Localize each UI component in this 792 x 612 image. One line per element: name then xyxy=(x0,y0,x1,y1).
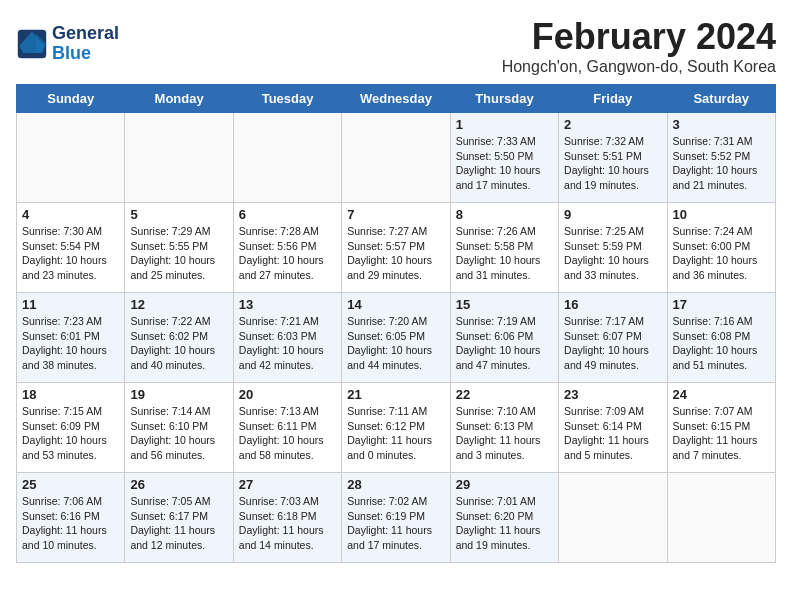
calendar-cell xyxy=(559,473,667,563)
month-year: February 2024 xyxy=(16,16,776,58)
calendar-cell: 15Sunrise: 7:19 AM Sunset: 6:06 PM Dayli… xyxy=(450,293,558,383)
calendar-cell xyxy=(342,113,450,203)
calendar-cell: 14Sunrise: 7:20 AM Sunset: 6:05 PM Dayli… xyxy=(342,293,450,383)
day-info: Sunrise: 7:23 AM Sunset: 6:01 PM Dayligh… xyxy=(22,314,119,373)
day-info: Sunrise: 7:05 AM Sunset: 6:17 PM Dayligh… xyxy=(130,494,227,553)
day-info: Sunrise: 7:22 AM Sunset: 6:02 PM Dayligh… xyxy=(130,314,227,373)
weekday-header-wednesday: Wednesday xyxy=(342,85,450,113)
calendar-cell: 8Sunrise: 7:26 AM Sunset: 5:58 PM Daylig… xyxy=(450,203,558,293)
day-number: 4 xyxy=(22,207,119,222)
calendar-cell: 7Sunrise: 7:27 AM Sunset: 5:57 PM Daylig… xyxy=(342,203,450,293)
calendar-cell xyxy=(233,113,341,203)
day-number: 16 xyxy=(564,297,661,312)
calendar-cell: 13Sunrise: 7:21 AM Sunset: 6:03 PM Dayli… xyxy=(233,293,341,383)
day-number: 27 xyxy=(239,477,336,492)
weekday-header-friday: Friday xyxy=(559,85,667,113)
weekday-header-sunday: Sunday xyxy=(17,85,125,113)
location: Hongch'on, Gangwon-do, South Korea xyxy=(16,58,776,76)
calendar-cell: 28Sunrise: 7:02 AM Sunset: 6:19 PM Dayli… xyxy=(342,473,450,563)
calendar-cell: 10Sunrise: 7:24 AM Sunset: 6:00 PM Dayli… xyxy=(667,203,775,293)
day-number: 19 xyxy=(130,387,227,402)
calendar-cell: 29Sunrise: 7:01 AM Sunset: 6:20 PM Dayli… xyxy=(450,473,558,563)
day-number: 8 xyxy=(456,207,553,222)
day-number: 22 xyxy=(456,387,553,402)
day-info: Sunrise: 7:11 AM Sunset: 6:12 PM Dayligh… xyxy=(347,404,444,463)
day-number: 15 xyxy=(456,297,553,312)
calendar-cell: 26Sunrise: 7:05 AM Sunset: 6:17 PM Dayli… xyxy=(125,473,233,563)
day-info: Sunrise: 7:09 AM Sunset: 6:14 PM Dayligh… xyxy=(564,404,661,463)
day-number: 21 xyxy=(347,387,444,402)
day-info: Sunrise: 7:15 AM Sunset: 6:09 PM Dayligh… xyxy=(22,404,119,463)
weekday-header-saturday: Saturday xyxy=(667,85,775,113)
calendar-cell: 17Sunrise: 7:16 AM Sunset: 6:08 PM Dayli… xyxy=(667,293,775,383)
day-info: Sunrise: 7:30 AM Sunset: 5:54 PM Dayligh… xyxy=(22,224,119,283)
day-info: Sunrise: 7:32 AM Sunset: 5:51 PM Dayligh… xyxy=(564,134,661,193)
day-info: Sunrise: 7:21 AM Sunset: 6:03 PM Dayligh… xyxy=(239,314,336,373)
logo-line2: Blue xyxy=(52,44,119,64)
day-number: 9 xyxy=(564,207,661,222)
weekday-header-thursday: Thursday xyxy=(450,85,558,113)
day-info: Sunrise: 7:10 AM Sunset: 6:13 PM Dayligh… xyxy=(456,404,553,463)
weekday-header-monday: Monday xyxy=(125,85,233,113)
day-info: Sunrise: 7:17 AM Sunset: 6:07 PM Dayligh… xyxy=(564,314,661,373)
day-info: Sunrise: 7:33 AM Sunset: 5:50 PM Dayligh… xyxy=(456,134,553,193)
day-number: 3 xyxy=(673,117,770,132)
calendar-cell: 4Sunrise: 7:30 AM Sunset: 5:54 PM Daylig… xyxy=(17,203,125,293)
day-info: Sunrise: 7:20 AM Sunset: 6:05 PM Dayligh… xyxy=(347,314,444,373)
calendar-cell: 19Sunrise: 7:14 AM Sunset: 6:10 PM Dayli… xyxy=(125,383,233,473)
calendar-cell: 2Sunrise: 7:32 AM Sunset: 5:51 PM Daylig… xyxy=(559,113,667,203)
calendar-cell: 16Sunrise: 7:17 AM Sunset: 6:07 PM Dayli… xyxy=(559,293,667,383)
day-info: Sunrise: 7:19 AM Sunset: 6:06 PM Dayligh… xyxy=(456,314,553,373)
weekday-header-tuesday: Tuesday xyxy=(233,85,341,113)
day-number: 20 xyxy=(239,387,336,402)
calendar-cell: 18Sunrise: 7:15 AM Sunset: 6:09 PM Dayli… xyxy=(17,383,125,473)
day-info: Sunrise: 7:06 AM Sunset: 6:16 PM Dayligh… xyxy=(22,494,119,553)
calendar-cell: 25Sunrise: 7:06 AM Sunset: 6:16 PM Dayli… xyxy=(17,473,125,563)
day-number: 6 xyxy=(239,207,336,222)
calendar-cell xyxy=(17,113,125,203)
day-info: Sunrise: 7:13 AM Sunset: 6:11 PM Dayligh… xyxy=(239,404,336,463)
day-number: 29 xyxy=(456,477,553,492)
logo-line1: General xyxy=(52,24,119,44)
day-number: 2 xyxy=(564,117,661,132)
day-number: 28 xyxy=(347,477,444,492)
calendar-cell: 21Sunrise: 7:11 AM Sunset: 6:12 PM Dayli… xyxy=(342,383,450,473)
day-number: 17 xyxy=(673,297,770,312)
day-number: 13 xyxy=(239,297,336,312)
day-info: Sunrise: 7:27 AM Sunset: 5:57 PM Dayligh… xyxy=(347,224,444,283)
day-number: 14 xyxy=(347,297,444,312)
day-number: 25 xyxy=(22,477,119,492)
day-number: 10 xyxy=(673,207,770,222)
calendar-cell: 22Sunrise: 7:10 AM Sunset: 6:13 PM Dayli… xyxy=(450,383,558,473)
day-info: Sunrise: 7:07 AM Sunset: 6:15 PM Dayligh… xyxy=(673,404,770,463)
calendar-cell: 6Sunrise: 7:28 AM Sunset: 5:56 PM Daylig… xyxy=(233,203,341,293)
day-info: Sunrise: 7:25 AM Sunset: 5:59 PM Dayligh… xyxy=(564,224,661,283)
calendar-cell: 11Sunrise: 7:23 AM Sunset: 6:01 PM Dayli… xyxy=(17,293,125,383)
day-number: 23 xyxy=(564,387,661,402)
day-info: Sunrise: 7:14 AM Sunset: 6:10 PM Dayligh… xyxy=(130,404,227,463)
calendar-cell: 23Sunrise: 7:09 AM Sunset: 6:14 PM Dayli… xyxy=(559,383,667,473)
day-info: Sunrise: 7:31 AM Sunset: 5:52 PM Dayligh… xyxy=(673,134,770,193)
day-info: Sunrise: 7:26 AM Sunset: 5:58 PM Dayligh… xyxy=(456,224,553,283)
calendar-cell xyxy=(125,113,233,203)
day-number: 18 xyxy=(22,387,119,402)
day-number: 24 xyxy=(673,387,770,402)
calendar-cell: 5Sunrise: 7:29 AM Sunset: 5:55 PM Daylig… xyxy=(125,203,233,293)
day-number: 5 xyxy=(130,207,227,222)
calendar-cell: 27Sunrise: 7:03 AM Sunset: 6:18 PM Dayli… xyxy=(233,473,341,563)
calendar-cell: 20Sunrise: 7:13 AM Sunset: 6:11 PM Dayli… xyxy=(233,383,341,473)
day-info: Sunrise: 7:01 AM Sunset: 6:20 PM Dayligh… xyxy=(456,494,553,553)
day-number: 11 xyxy=(22,297,119,312)
day-number: 7 xyxy=(347,207,444,222)
day-info: Sunrise: 7:28 AM Sunset: 5:56 PM Dayligh… xyxy=(239,224,336,283)
day-info: Sunrise: 7:03 AM Sunset: 6:18 PM Dayligh… xyxy=(239,494,336,553)
day-number: 12 xyxy=(130,297,227,312)
day-info: Sunrise: 7:02 AM Sunset: 6:19 PM Dayligh… xyxy=(347,494,444,553)
calendar-cell: 1Sunrise: 7:33 AM Sunset: 5:50 PM Daylig… xyxy=(450,113,558,203)
day-info: Sunrise: 7:24 AM Sunset: 6:00 PM Dayligh… xyxy=(673,224,770,283)
day-info: Sunrise: 7:29 AM Sunset: 5:55 PM Dayligh… xyxy=(130,224,227,283)
calendar-cell: 24Sunrise: 7:07 AM Sunset: 6:15 PM Dayli… xyxy=(667,383,775,473)
calendar-cell xyxy=(667,473,775,563)
page-header: February 2024 Hongch'on, Gangwon-do, Sou… xyxy=(16,16,776,76)
calendar-cell: 3Sunrise: 7:31 AM Sunset: 5:52 PM Daylig… xyxy=(667,113,775,203)
